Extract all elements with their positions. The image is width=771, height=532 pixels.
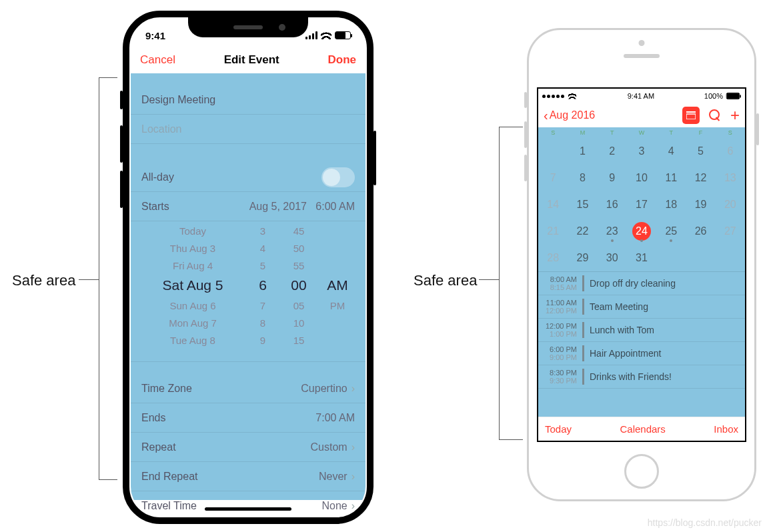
allday-label: All-day [141,171,174,183]
calendar-day[interactable]: 6 [716,138,745,165]
calendar-day[interactable]: 4 [656,138,686,165]
event-color-bar [582,275,584,291]
calendar-day[interactable]: 31 [627,245,656,271]
status-time: 9:41 AM [628,92,654,100]
calendar-day[interactable]: 1 [568,138,597,165]
end-repeat-label: End Repeat [141,471,198,483]
event-title: Drop off dry cleaning [590,278,676,289]
safe-area-bracket-left [99,77,117,480]
home-button[interactable] [624,454,659,489]
event-title: Team Meeting [590,301,648,312]
calendar-day[interactable]: 13 [716,165,745,191]
calendar-day[interactable]: 23 [598,218,627,245]
end-repeat-row[interactable]: End Repeat Never› [131,462,365,491]
calendar-day[interactable]: 16 [598,191,627,218]
calendar-day[interactable]: 10 [627,165,656,191]
picker-cell: 9 [249,335,276,352]
travel-time-value: None [321,500,347,511]
search-icon[interactable] [709,109,721,121]
calendars-button[interactable]: Calendars [620,423,665,435]
calendar-day[interactable]: 27 [716,218,745,245]
calendar-day[interactable]: 19 [686,191,715,218]
calendar-day[interactable]: 15 [568,191,597,218]
event-title-row[interactable]: Design Meeting [131,85,365,115]
event-list: 8:00 AM8:15 AMDrop off dry cleaning11:00… [538,271,745,389]
repeat-row[interactable]: Repeat Custom› [131,433,365,462]
status-time: 9:41 [145,30,165,41]
picker-cell [321,260,353,277]
safe-area-highlight: SMTWTFS 12345678910111213141516171819202… [538,127,745,417]
event-row[interactable]: 8:00 AM8:15 AMDrop off dry cleaning [538,272,745,295]
event-times: 11:00 AM12:00 PM [538,299,582,315]
calendar-day[interactable]: 5 [686,138,715,165]
picker-cell: 5 [249,260,276,277]
today-button[interactable]: Today [545,423,572,435]
event-row[interactable]: 11:00 AM12:00 PMTeam Meeting [538,295,745,319]
timezone-row[interactable]: Time Zone Cupertino› [131,374,365,403]
calendar-day[interactable]: 18 [656,191,686,218]
view-mode-button[interactable] [682,107,700,124]
bracket-stem-left [79,279,99,280]
picker-cell [321,335,353,352]
event-times: 8:00 AM8:15 AM [538,275,582,291]
starts-row[interactable]: Starts Aug 5, 2017 6:00 AM [131,192,365,221]
calendar-day-headers: SMTWTFS [538,127,745,138]
allday-toggle[interactable] [321,167,355,187]
event-times: 6:00 PM9:00 PM [538,345,582,361]
repeat-value: Custom [311,441,347,453]
event-color-bar [582,345,584,361]
inbox-button[interactable]: Inbox [714,423,738,435]
cellular-icon [305,31,317,39]
bracket-stem-right [479,279,499,280]
travel-time-row[interactable]: Travel Time None› [131,491,365,516]
event-row[interactable]: 6:00 PM9:00 PMHair Appointment [538,342,745,365]
add-event-button[interactable]: + [730,107,740,123]
done-button[interactable]: Done [327,53,356,67]
location-row[interactable]: Location [131,115,365,144]
calendar-day[interactable]: 9 [598,165,627,191]
iphone-x-device: 9:41 Cancel Edit Event Done Design Meeti… [123,11,373,524]
calendar-day[interactable]: 17 [627,191,656,218]
calendar-day[interactable]: 26 [686,218,715,245]
event-times: 12:00 PM1:00 PM [538,322,582,338]
ends-row[interactable]: Ends 7:00 AM [131,403,365,433]
event-times: 8:30 PM9:30 PM [538,369,582,385]
back-button[interactable]: ‹ Aug 2016 [544,109,595,122]
chevron-right-icon: › [351,500,355,511]
calendar-day[interactable]: 30 [598,245,627,271]
calendar-day[interactable]: 7 [538,165,568,191]
safe-area-label-left: Safe area [12,272,75,289]
svg-rect-1 [686,114,696,119]
calendar-day[interactable]: 25 [656,218,686,245]
picker-cell: Sun Aug 6 [143,300,243,317]
picker-cell: Thu Aug 3 [143,243,243,260]
starts-time: 6:00 AM [315,201,355,212]
calendar-day[interactable]: 29 [568,245,597,271]
battery-icon [335,31,351,39]
picker-cell: 05 [283,300,315,317]
cancel-button[interactable]: Cancel [140,53,175,67]
calendar-day[interactable]: 22 [568,218,597,245]
calendar-day[interactable]: 20 [716,191,745,218]
calendar-day[interactable]: 28 [538,245,568,271]
picker-cell [321,317,353,335]
allday-row[interactable]: All-day [131,163,365,192]
calendar-day[interactable]: 12 [686,165,715,191]
calendar-day [538,138,568,165]
calendar-day[interactable]: 14 [538,191,568,218]
calendar-day[interactable]: 24 [627,218,656,245]
calendar-grid[interactable]: 1234567891011121314151617181920212223242… [538,138,745,271]
chevron-right-icon: › [351,441,355,453]
calendar-day [686,245,715,271]
event-row[interactable]: 8:30 PM9:30 PMDrinks with Friends! [538,365,745,389]
event-row[interactable]: 12:00 PM1:00 PMLunch with Tom [538,319,745,342]
picker-cell: Mon Aug 7 [143,317,243,335]
event-color-bar [582,299,584,315]
picker-cell: 6 [249,277,276,300]
datetime-picker[interactable]: Today345Thu Aug 3450Fri Aug 4555Sat Aug … [131,221,365,362]
calendar-day[interactable]: 8 [568,165,597,191]
calendar-day[interactable]: 3 [627,138,656,165]
calendar-day[interactable]: 21 [538,218,568,245]
calendar-day[interactable]: 11 [656,165,686,191]
calendar-day[interactable]: 2 [598,138,627,165]
